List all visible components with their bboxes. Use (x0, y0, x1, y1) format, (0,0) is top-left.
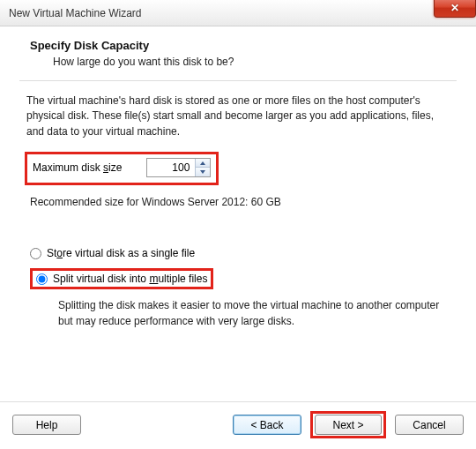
cancel-button[interactable]: Cancel (395, 415, 464, 435)
recommended-size-text: Recommended size for Windows Server 2012… (30, 196, 457, 208)
description-text: The virtual machine's hard disk is store… (26, 94, 450, 139)
spinner-up-button[interactable] (196, 159, 210, 168)
chevron-down-icon (200, 170, 205, 174)
next-button-highlight: Next > (310, 411, 386, 438)
max-disk-size-input[interactable] (147, 159, 195, 176)
spinner-down-button[interactable] (196, 168, 210, 176)
back-button[interactable]: < Back (233, 415, 301, 435)
next-button[interactable]: Next > (315, 415, 382, 435)
help-button[interactable]: Help (12, 415, 81, 435)
titlebar: New Virtual Machine Wizard ✕ (0, 0, 476, 26)
split-note-text: Splitting the disk makes it easier to mo… (58, 298, 450, 329)
max-disk-size-label: Maximum disk size (33, 161, 122, 174)
max-disk-size-spinner[interactable] (146, 158, 211, 177)
radio-single-file[interactable] (30, 248, 41, 259)
radio-split-files[interactable] (36, 273, 48, 285)
wizard-footer: Help < Back Next > Cancel (0, 401, 476, 449)
option-single-file-label: Store virtual disk as a single file (47, 247, 195, 259)
window-title: New Virtual Machine Wizard (9, 7, 142, 19)
close-button[interactable]: ✕ (434, 0, 476, 18)
page-subheading: How large do you want this disk to be? (53, 56, 457, 68)
option-single-file[interactable]: Store virtual disk as a single file (30, 247, 457, 259)
option-split-files-highlight: Split virtual disk into multiple files (30, 268, 213, 289)
divider (19, 80, 457, 81)
close-icon: ✕ (450, 2, 459, 14)
wizard-content: Specify Disk Capacity How large do you w… (0, 26, 476, 329)
chevron-up-icon (200, 161, 205, 165)
option-split-files-label: Split virtual disk into multiple files (53, 273, 207, 285)
disk-storage-options: Store virtual disk as a single file Spli… (30, 247, 457, 329)
max-disk-size-row: Maximum disk size (25, 152, 219, 185)
page-heading: Specify Disk Capacity (30, 39, 457, 52)
spinner-buttons (195, 159, 210, 176)
